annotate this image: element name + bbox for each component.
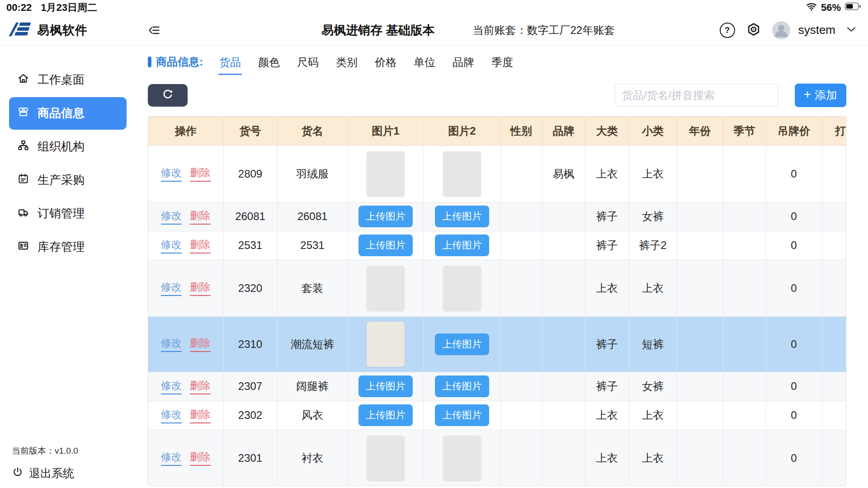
add-button[interactable]: + 添加 <box>795 84 846 107</box>
product-image-thumbnail[interactable] <box>443 266 481 311</box>
sidebar-item-desktop[interactable]: 工作桌面 <box>9 64 127 96</box>
chevron-down-icon[interactable] <box>846 26 856 35</box>
eye-icon[interactable] <box>746 22 761 39</box>
delete-link[interactable]: 删除 <box>190 280 211 296</box>
sidebar-item-inventory[interactable]: 库存管理 <box>9 231 127 263</box>
avatar[interactable] <box>772 21 790 39</box>
table-row-2302[interactable]: 修改删除2302风衣上传图片上传图片上衣上衣0 <box>148 401 846 430</box>
cell-image2: 上传图片 <box>424 202 500 231</box>
upload-image-button[interactable]: 上传图片 <box>359 206 413 227</box>
product-image-thumbnail[interactable] <box>367 151 405 197</box>
cell-image1: 上传图片 <box>348 231 424 260</box>
cell-image1 <box>348 316 424 372</box>
upload-image-button[interactable]: 上传图片 <box>435 235 489 256</box>
tab-season[interactable]: 季度 <box>491 55 514 75</box>
cell-gender <box>500 401 542 430</box>
upload-image-button[interactable]: 上传图片 <box>435 404 489 426</box>
tab-goods[interactable]: 货品 <box>218 55 242 75</box>
edit-link[interactable]: 修改 <box>161 336 182 352</box>
sidebar-item-orders[interactable]: 订销管理 <box>9 197 127 230</box>
cell-actions: 修改删除 <box>148 316 223 372</box>
cell-actions: 修改删除 <box>148 145 223 202</box>
sidebar-item-org[interactable]: 组织机构 <box>9 131 127 163</box>
goods-table-container[interactable]: 操作货号货名图片1图片2性别品牌大类小类年份季节吊牌价打折价修改删除2809羽绒… <box>148 116 846 486</box>
upload-image-button[interactable]: 上传图片 <box>435 206 489 227</box>
user-menu[interactable]: system <box>798 23 835 37</box>
cell-tag-price: 0 <box>766 145 822 202</box>
delete-link[interactable]: 删除 <box>190 336 211 352</box>
cell-discount-price <box>822 202 846 231</box>
product-image-thumbnail[interactable] <box>367 266 405 311</box>
collapse-sidebar-icon[interactable] <box>147 24 161 37</box>
cell-category: 上衣 <box>585 260 629 316</box>
tab-brand[interactable]: 品牌 <box>452 55 475 75</box>
delete-link[interactable]: 删除 <box>190 450 211 466</box>
table-row-2531[interactable]: 修改删除25312531上传图片上传图片裤子裤子20 <box>148 231 846 260</box>
edit-link[interactable]: 修改 <box>161 280 182 296</box>
cell-brand <box>542 202 585 231</box>
cell-season <box>723 260 766 316</box>
table-row-2301[interactable]: 修改删除2301衬衣上衣上衣0 <box>148 430 846 486</box>
cell-image1 <box>348 430 424 486</box>
product-image-thumbnail[interactable] <box>367 322 405 367</box>
cell-image2: 上传图片 <box>424 401 500 430</box>
cell-subcategory: 裤子2 <box>629 231 677 260</box>
upload-image-button[interactable]: 上传图片 <box>359 404 413 426</box>
table-row-2310[interactable]: 修改删除2310潮流短裤上传图片裤子短裤0 <box>148 316 846 372</box>
cell-gender <box>500 430 542 486</box>
product-image-thumbnail[interactable] <box>443 436 481 481</box>
tab-category[interactable]: 类别 <box>335 55 359 75</box>
cell-actions: 修改删除 <box>148 430 223 486</box>
cell-gender <box>500 231 542 260</box>
edit-link[interactable]: 修改 <box>161 238 182 253</box>
sidebar-item-goods[interactable]: 商品信息 <box>9 97 127 130</box>
tab-size[interactable]: 尺码 <box>296 55 320 75</box>
edit-link[interactable]: 修改 <box>161 209 182 225</box>
wifi-icon <box>806 1 817 14</box>
delete-link[interactable]: 删除 <box>190 238 211 253</box>
tab-price[interactable]: 价格 <box>374 55 397 75</box>
upload-image-button[interactable]: 上传图片 <box>435 375 489 397</box>
product-image-thumbnail[interactable] <box>443 151 481 197</box>
product-image-thumbnail[interactable] <box>367 436 405 481</box>
delete-link[interactable]: 删除 <box>190 379 211 394</box>
refresh-icon <box>161 88 175 103</box>
table-row-2809[interactable]: 修改删除2809羽绒服易枫上衣上衣0 <box>148 145 846 202</box>
app-name: 易枫软件 <box>37 22 88 38</box>
cell-subcategory: 上衣 <box>629 145 677 202</box>
delete-link[interactable]: 删除 <box>190 166 211 182</box>
search-input[interactable] <box>615 84 778 107</box>
cell-discount-price <box>822 145 846 202</box>
add-button-label: 添加 <box>815 88 837 103</box>
tab-unit[interactable]: 单位 <box>413 55 436 75</box>
tab-color[interactable]: 颜色 <box>257 55 281 75</box>
cell-discount-price <box>822 430 846 486</box>
version-label: 当前版本：v1.0.0 <box>12 445 78 457</box>
edit-link[interactable]: 修改 <box>161 379 182 394</box>
upload-image-button[interactable]: 上传图片 <box>359 235 413 256</box>
cell-tag-price: 0 <box>766 372 822 401</box>
cell-actions: 修改删除 <box>148 202 223 231</box>
cell-subcategory: 上衣 <box>629 401 677 430</box>
cell-category: 上衣 <box>585 145 629 202</box>
delete-link[interactable]: 删除 <box>190 408 211 423</box>
edit-link[interactable]: 修改 <box>161 450 182 466</box>
delete-link[interactable]: 删除 <box>190 209 211 225</box>
col-header-gender: 性别 <box>500 117 542 146</box>
col-header-name: 货名 <box>277 117 348 146</box>
logo: 易枫软件 <box>0 21 136 39</box>
upload-image-button[interactable]: 上传图片 <box>359 375 413 397</box>
edit-link[interactable]: 修改 <box>161 166 182 182</box>
edit-link[interactable]: 修改 <box>161 408 182 423</box>
upload-image-button[interactable]: 上传图片 <box>435 333 489 355</box>
table-row-2320[interactable]: 修改删除2320套装上衣上衣0 <box>148 260 846 316</box>
cell-discount-price <box>822 316 846 372</box>
table-row-2307[interactable]: 修改删除2307阔腿裤上传图片上传图片裤子女裤0 <box>148 372 846 401</box>
cell-category: 裤子 <box>585 231 629 260</box>
refresh-button[interactable] <box>148 84 188 107</box>
logout-button[interactable]: 退出系统 <box>12 466 78 481</box>
current-account: 当前账套： 数字工厂22年账套 <box>473 23 615 38</box>
table-row-26081[interactable]: 修改删除2608126081上传图片上传图片裤子女裤0 <box>148 202 846 231</box>
help-icon[interactable]: ? <box>720 23 735 38</box>
sidebar-item-production[interactable]: 生产采购 <box>9 164 127 197</box>
